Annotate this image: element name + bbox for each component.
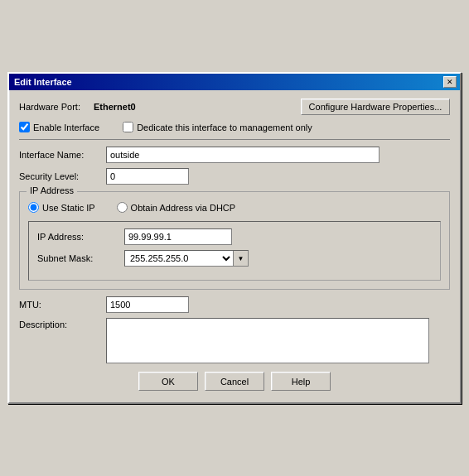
ok-button[interactable]: OK [138,372,198,391]
obtain-dhcp-radio[interactable] [117,202,128,213]
ip-address-field-group: IP Address: [37,228,432,245]
mtu-input[interactable] [106,296,189,313]
security-level-input[interactable] [106,168,189,185]
mtu-group: MTU: [19,296,450,313]
ip-address-group: IP Address Use Static IP Obtain Address … [19,191,450,290]
description-label: Description: [19,318,106,329]
help-button[interactable]: Help [271,372,331,391]
cancel-button[interactable]: Cancel [205,372,264,391]
subnet-mask-select-container: 255.255.255.0 255.255.0.0 255.0.0.0 ▼ [124,250,249,267]
title-bar: Edit Interface ✕ [9,74,460,90]
close-button[interactable]: ✕ [443,76,457,88]
ip-address-field-label: IP Address: [37,232,124,242]
window-content: Hardware Port: Ethernet0 Configure Hardw… [9,90,460,402]
dedicate-management-checkbox[interactable] [123,122,133,132]
title-bar-buttons: ✕ [443,76,457,88]
interface-name-input[interactable] [106,147,380,163]
hardware-port-value: Ethernet0 [94,102,136,112]
description-group: Description: [19,318,450,363]
mtu-label: MTU: [19,300,106,310]
obtain-dhcp-text: Obtain Address via DHCP [131,203,236,213]
enable-interface-checkbox[interactable] [19,122,30,132]
security-level-label: Security Level: [19,171,106,181]
hardware-port-label: Hardware Port: [19,102,94,112]
use-static-ip-text: Use Static IP [42,203,95,213]
enable-dedicate-row: Enable Interface Dedicate this interface… [19,122,450,132]
ip-address-input[interactable] [124,228,232,245]
security-level-group: Security Level: [19,168,450,185]
subnet-mask-label: Subnet Mask: [37,253,124,263]
obtain-dhcp-label: Obtain Address via DHCP [117,202,236,213]
subnet-mask-field-group: Subnet Mask: 255.255.255.0 255.255.0.0 2… [37,250,432,267]
radio-row: Use Static IP Obtain Address via DHCP [28,202,441,213]
interface-name-group: Interface Name: [19,147,450,163]
dedicate-management-label: Dedicate this interface to management on… [123,122,312,132]
interface-name-label: Interface Name: [19,150,106,160]
window-title: Edit Interface [14,77,72,87]
title-bar-text: Edit Interface [14,77,72,87]
enable-interface-text: Enable Interface [33,123,99,132]
configure-hardware-button[interactable]: Configure Hardware Properties... [301,99,450,115]
subnet-mask-select[interactable]: 255.255.255.0 255.255.0.0 255.0.0.0 [125,251,233,266]
ip-address-legend: IP Address [27,185,77,195]
static-ip-fields: IP Address: Subnet Mask: 255.255.255.0 2… [28,221,441,281]
dedicate-management-text: Dedicate this interface to management on… [137,123,312,132]
use-static-ip-radio[interactable] [28,202,39,213]
edit-interface-dialog: Edit Interface ✕ Hardware Port: Ethernet… [7,72,462,404]
use-static-ip-label: Use Static IP [28,202,95,213]
subnet-dropdown-arrow[interactable]: ▼ [233,251,248,266]
hardware-port-row: Hardware Port: Ethernet0 Configure Hardw… [19,99,450,115]
description-input[interactable] [106,318,429,363]
bottom-buttons: OK Cancel Help [19,372,450,394]
enable-interface-label: Enable Interface [19,122,99,132]
section-divider [19,139,450,140]
